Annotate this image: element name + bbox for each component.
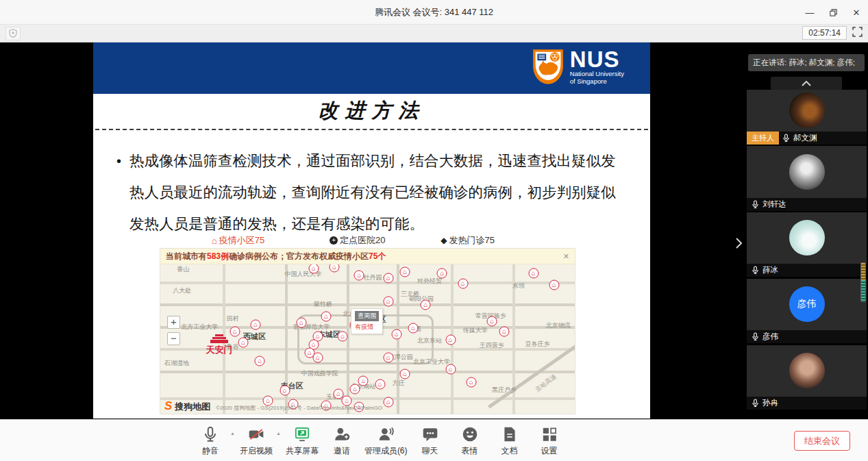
epidemic-community-marker: ⌂ [466,377,476,388]
epidemic-community-marker: ⌂ [528,269,538,279]
map-label: 东坝 [512,282,525,290]
toolbar-buttons: 静音 ▲ 开启视频 ▲ 共享屏幕 邀请 [190,425,569,457]
members-icon [377,425,395,444]
chevron-right-icon [736,238,742,249]
toolbar-label: 表情 [462,445,478,457]
hospital-cross-icon: + [330,236,338,245]
emoji-button[interactable]: 表情 [450,425,490,457]
mic-options-caret[interactable]: ▲ [230,431,235,436]
map-label: 黑庄户乡 [492,386,517,395]
epidemic-community-marker: ⌂ [399,266,410,277]
video-options-caret[interactable]: ▲ [276,431,281,436]
tab-label: 发热门诊75 [449,234,495,247]
nus-subtitle-1: National University [570,70,624,77]
map-label: 对外经贸 [417,277,442,286]
nus-crest-icon [532,49,564,85]
map-canvas: 当前城市有 583例 确诊病例公布；官方发布权威疫情小区 75个 ✕ + − 查… [160,248,575,414]
participant-name: 薛冰 [762,265,778,275]
tab-designated-hospitals: + 定点医院20 [330,234,385,247]
map-label: 传媒大学 [463,326,488,335]
share-screen-icon [293,425,311,444]
zoom-in-button: + [167,316,180,329]
participant-tile[interactable]: 主持人 郝文渊 [747,90,867,145]
chat-button[interactable]: 聊天 [410,425,450,457]
start-video-button[interactable]: 开启视频 [236,425,276,457]
map-label: 方庄 [393,379,405,388]
participant-tile[interactable]: 薛冰 [747,212,867,277]
fever-clinic-icon: ◆ [441,236,447,245]
epidemic-community-marker: ⌂ [499,326,510,336]
camera-off-icon [247,425,265,444]
participant-name-bar: 孙冉 [747,397,867,410]
fullscreen-button[interactable] [852,27,863,40]
map-label: 豆各庄乡 [525,340,549,349]
participant-tile[interactable]: 孙冉 [747,345,867,410]
scroll-up-button[interactable] [771,77,842,90]
close-button[interactable]: ✕ [845,0,868,25]
epidemic-community-marker: ⌂ [445,334,456,345]
restore-button[interactable] [821,0,845,25]
banner-community-count: 75个 [369,251,386,262]
map-label: 香山 [177,265,189,274]
sogou-logo-text: 搜狗地图 [175,401,210,412]
toolbar-label: 静音 [202,445,219,457]
participant-tile[interactable]: 彦伟 彦伟 [747,279,867,343]
tiananmen-landmark: 天安门 [206,334,233,356]
banner-text: 当前城市有 [166,251,207,262]
chat-icon [421,425,439,444]
window-controls: — ✕ [798,0,868,25]
map-label: 北方工业大学 [181,323,218,332]
banner-text: 确诊病例公布；官方发布权威疫情小区 [229,251,369,262]
manage-members-button[interactable]: 管理成员(6) [362,425,410,457]
map-copyright: ©2020 搜狗地图 - GS(2019)2961号 - Data©Navinf… [216,405,382,412]
epidemic-community-marker: ⌂ [308,263,319,273]
participant-tile[interactable]: 刘轩达 [747,146,867,211]
toolbar-label: 文档 [501,445,518,457]
map-tooltip: 查周围 有疫情 [351,308,383,334]
epidemic-community-marker: ⌂ [358,375,369,386]
tencent-meeting-window: 腾讯会议 会议号: 341 447 112 — ✕ 02:57:14 [0,0,868,461]
meeting-top-bar: 02:57:14 [0,25,868,42]
minimize-button[interactable]: — [798,0,821,25]
epidemic-community-marker: ⌂ [391,329,401,340]
collapse-sidebar-button[interactable] [732,233,745,253]
epidemic-community-marker: ⌂ [312,353,323,363]
map-label: 王四营乡 [480,341,504,350]
documents-button[interactable]: 文档 [490,425,530,457]
avatar [789,353,825,388]
tooltip-line-1: 查周围 [355,311,379,321]
epidemic-community-marker: ⌂ [280,386,290,396]
map-road [451,249,454,414]
participant-name-bar: 刘轩达 [747,198,867,211]
epidemic-community-marker: ⌂ [383,273,393,284]
host-badge: 主持人 [747,132,779,145]
map-label: 北京工业大学 [413,358,450,366]
toolbar-label: 聊天 [422,445,438,457]
document-icon [501,425,519,444]
mic-icon [752,332,759,341]
share-screen-button[interactable]: 共享屏幕 [282,425,322,457]
landmark-name: 天安门 [206,344,233,356]
slide-title: 改进方法 [93,97,650,125]
end-meeting-button[interactable]: 结束会议 [794,431,850,451]
epidemic-community-marker: ⌂ [408,323,419,333]
house-icon: ⌂ [212,236,217,246]
mic-icon [752,399,759,408]
participant-name: 孙冉 [762,398,778,408]
toolbar-label: 管理成员(6) [364,445,408,457]
epidemic-community-marker: ⌂ [375,379,385,389]
epidemic-community-marker: ⌂ [354,270,364,280]
settings-grid-icon [541,425,558,444]
participant-name: 郝文渊 [793,133,817,143]
audio-level-meter [860,262,866,302]
map-label: 八大处 [173,286,191,295]
banner-close-icon: ✕ [563,252,569,261]
mute-button[interactable]: 静音 [190,425,230,457]
restore-icon [829,8,838,17]
bottom-toolbar: 静音 ▲ 开启视频 ▲ 共享屏幕 邀请 [0,419,868,461]
mic-icon [782,134,790,142]
settings-button[interactable]: 设置 [530,425,569,457]
epidemic-community-marker: ⌂ [549,280,559,290]
map-label: 京哈高速 [533,373,558,395]
invite-button[interactable]: 邀请 [322,425,362,457]
